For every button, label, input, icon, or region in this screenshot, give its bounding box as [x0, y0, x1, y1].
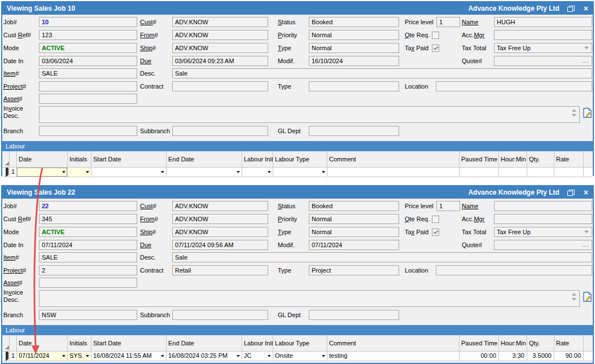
from-label[interactable]: From# [140, 30, 158, 40]
priority-field[interactable]: Normal [309, 30, 399, 40]
col-date[interactable]: Date [17, 151, 68, 167]
dropdown-icon[interactable] [268, 355, 271, 357]
date-cell[interactable]: 07/11/2024 [17, 352, 68, 361]
qty-cell[interactable] [527, 168, 554, 177]
col-start-date[interactable]: Start Date [91, 335, 167, 351]
comment-cell[interactable]: testing [327, 352, 460, 361]
paused-time-cell[interactable]: 00:00 [460, 352, 499, 361]
location-field[interactable] [436, 265, 592, 275]
col-comment[interactable]: Comment [327, 151, 460, 167]
labour-init-cell[interactable] [242, 168, 273, 177]
due-field[interactable]: 07/11/2024 09:56 AM [172, 240, 268, 250]
invoice-desc-field[interactable] [39, 290, 580, 307]
col-labour-init[interactable]: Labour Init [242, 335, 273, 351]
branch-field[interactable]: NSW [39, 310, 137, 320]
col-start-date[interactable]: Start Date [91, 151, 167, 167]
chevron-down-icon[interactable] [584, 47, 589, 49]
asset-label[interactable]: Asset# [3, 278, 23, 288]
row-number-cell[interactable]: 1 [10, 352, 17, 361]
due-label[interactable]: Due [140, 56, 151, 66]
contract-field[interactable]: Retail [172, 265, 268, 275]
labour-type-cell[interactable] [273, 168, 327, 177]
cust-ref-field[interactable]: 345 [39, 214, 137, 224]
initials-cell[interactable] [68, 168, 91, 177]
grid-corner-cell[interactable] [2, 151, 10, 167]
dropdown-icon[interactable] [237, 355, 240, 357]
scroll-up-down-icon[interactable] [572, 109, 577, 119]
desc-field[interactable]: Sale [172, 68, 592, 78]
item-label[interactable]: Item# [3, 68, 19, 78]
titlebar[interactable]: Viewing Sales Job 22 Advance Knowledge P… [2, 186, 593, 199]
col-labour-init[interactable]: Labour Init [242, 151, 273, 167]
gl-dept-field[interactable] [309, 310, 399, 320]
due-field[interactable]: 03/06/2024 09:23 AM [172, 56, 268, 66]
location-field[interactable] [436, 81, 592, 91]
labour-init-cell[interactable]: JC [242, 352, 273, 361]
initials-cell[interactable]: SYS [68, 352, 91, 361]
dropdown-icon[interactable] [86, 355, 89, 357]
col-initials[interactable]: Initials [68, 151, 91, 167]
chevron-down-icon[interactable] [584, 231, 589, 233]
asset-field[interactable] [39, 278, 137, 288]
col-qty[interactable]: Qty. [527, 335, 554, 351]
status-field[interactable]: Booked [309, 17, 399, 27]
item-field[interactable]: SALE [39, 252, 137, 262]
col-initials[interactable]: Initials [68, 335, 91, 351]
col-hour-min[interactable]: Hour:Min [499, 151, 527, 167]
modif-field[interactable]: 16/10/2024 [309, 56, 399, 66]
date-in-field[interactable]: 07/11/2024 [39, 240, 137, 250]
cust-field[interactable]: ADV.KNOW [172, 17, 268, 27]
contract-field[interactable] [172, 81, 268, 91]
tax-total-select[interactable]: Tax Free Up [494, 227, 592, 237]
price-level-field[interactable]: 1 [436, 201, 460, 211]
mode-field[interactable]: ACTIVE [39, 43, 137, 53]
close-icon[interactable]: × [584, 190, 588, 196]
qty-cell[interactable]: 3.5000 [527, 352, 554, 361]
qte-req-checkbox[interactable] [432, 32, 439, 39]
row-number-cell[interactable]: 1 [10, 168, 17, 177]
comment-cell[interactable] [327, 168, 460, 177]
rate-cell[interactable] [554, 168, 584, 177]
contract-type-field[interactable] [309, 81, 399, 91]
name-field[interactable] [494, 201, 592, 211]
date-cell[interactable] [17, 168, 68, 177]
scroll-up-down-icon[interactable] [572, 293, 577, 303]
col-rate[interactable]: Rate [554, 335, 584, 351]
tax-total-select[interactable]: Tax Free Up [494, 43, 592, 53]
close-icon[interactable]: × [584, 6, 588, 12]
tax-paid-checkbox[interactable] [432, 45, 439, 52]
project-label[interactable]: Project# [3, 81, 26, 91]
start-date-cell[interactable]: 16/08/2024 11:55 AM [91, 352, 167, 361]
end-date-cell[interactable]: 16/08/2024 03:25 PM [167, 352, 242, 361]
qte-req-checkbox[interactable] [432, 216, 439, 223]
ship-field[interactable]: ADV.KNOW [172, 43, 268, 53]
col-hour-min[interactable]: Hour:Min [499, 335, 527, 351]
asset-label[interactable]: Asset# [3, 94, 23, 104]
invoice-desc-field[interactable] [39, 106, 580, 123]
branch-field[interactable] [39, 126, 137, 136]
status-field[interactable]: Booked [309, 201, 399, 211]
dropdown-icon[interactable] [268, 171, 271, 173]
dropdown-icon[interactable] [62, 171, 65, 173]
price-level-field[interactable]: 1 [436, 17, 460, 27]
col-labour-type[interactable]: Labour Type [273, 151, 327, 167]
grid-corner-cell[interactable] [2, 335, 10, 351]
acc-mgr-field[interactable] [494, 30, 592, 40]
dropdown-icon[interactable] [322, 171, 325, 173]
from-field[interactable]: ADV.KNOW [172, 30, 268, 40]
col-end-date[interactable]: End Date [167, 335, 242, 351]
ship-label[interactable]: Ship# [140, 227, 156, 237]
restore-icon[interactable] [567, 190, 575, 196]
cust-field[interactable]: ADV.KNOW [172, 201, 268, 211]
priority-field[interactable]: Normal [309, 214, 399, 224]
col-rate[interactable]: Rate [554, 151, 584, 167]
acc-mgr-field[interactable] [494, 214, 592, 224]
col-labour-type[interactable]: Labour Type [273, 335, 327, 351]
dropdown-icon[interactable] [62, 355, 65, 357]
acc-mgr-label[interactable]: Acc.Mgr [462, 214, 484, 224]
hour-min-cell[interactable]: 3:30 [499, 352, 527, 361]
edit-note-icon[interactable] [582, 108, 592, 118]
type-field[interactable]: Normal [309, 43, 399, 53]
start-date-cell[interactable] [91, 168, 167, 177]
paused-time-cell[interactable] [460, 168, 499, 177]
